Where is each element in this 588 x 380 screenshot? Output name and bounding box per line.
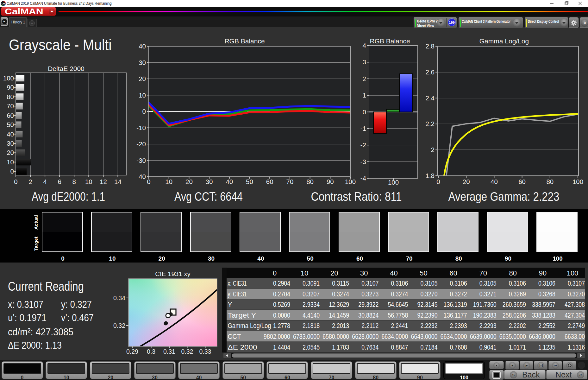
svg-text:70: 70 — [286, 178, 293, 185]
svg-text:80: 80 — [306, 178, 314, 185]
svg-text:2.2293: 2.2293 — [479, 322, 497, 330]
svg-text:0.32: 0.32 — [113, 322, 125, 329]
svg-text:30.8824: 30.8824 — [358, 311, 378, 319]
svg-text:10: 10 — [85, 178, 92, 185]
svg-text:-3: -3 — [360, 158, 366, 165]
svg-text:CCT: CCT — [228, 332, 241, 340]
svg-text:0.31: 0.31 — [163, 348, 175, 355]
svg-text:14: 14 — [114, 178, 122, 185]
svg-text:Y: Y — [228, 301, 232, 308]
svg-text:6634.0000: 6634.0000 — [441, 332, 467, 340]
svg-text:x: CIE31: x: CIE31 — [228, 279, 247, 287]
svg-text:1: 1 — [363, 92, 366, 99]
svg-text:0.34: 0.34 — [113, 294, 125, 301]
svg-text:338.1283: 338.1283 — [532, 311, 555, 319]
svg-text:0.3271: 0.3271 — [479, 290, 497, 298]
svg-text:190.2383: 190.2383 — [473, 311, 497, 319]
svg-text:2.2232: 2.2232 — [421, 322, 438, 330]
svg-text:9802.0000: 9802.0000 — [264, 332, 290, 340]
svg-text:y: CIE31: y: CIE31 — [228, 290, 247, 298]
svg-text:0.3: 0.3 — [147, 348, 155, 355]
svg-text:29.3922: 29.3922 — [358, 301, 378, 308]
svg-text:80: 80 — [7, 93, 14, 100]
svg-text:30: 30 — [7, 140, 14, 147]
svg-text:191.7360: 191.7360 — [473, 301, 497, 308]
svg-text:50: 50 — [246, 178, 253, 185]
svg-text:6635.0000: 6635.0000 — [499, 332, 526, 340]
svg-text:Avg dE2000: 1.1: Avg dE2000: 1.1 — [32, 190, 105, 203]
svg-text:Gamma Log/Log: Gamma Log/Log — [479, 37, 529, 45]
svg-text:Avg CCT: 6644: Avg CCT: 6644 — [174, 190, 243, 203]
svg-text:258.0206: 258.0206 — [503, 311, 526, 319]
svg-text:0: 0 — [142, 108, 146, 115]
svg-text:40: 40 — [390, 269, 397, 277]
svg-text:10: 10 — [301, 269, 308, 277]
svg-text:0.9041: 0.9041 — [479, 343, 497, 351]
svg-text:100: 100 — [572, 178, 583, 185]
svg-text:0.7634: 0.7634 — [361, 343, 378, 351]
svg-text:60: 60 — [266, 178, 273, 185]
svg-text:x: 0.3107: x: 0.3107 — [8, 299, 43, 310]
svg-text:0.3272: 0.3272 — [450, 290, 467, 298]
svg-text:0.3270: 0.3270 — [421, 290, 438, 298]
svg-text:0.3115: 0.3115 — [332, 279, 349, 287]
svg-text:338.5957: 338.5957 — [532, 301, 555, 308]
svg-text:0.3091: 0.3091 — [303, 279, 320, 287]
svg-text:v': 0.467: v': 0.467 — [61, 312, 94, 323]
svg-text:6634.0000: 6634.0000 — [381, 332, 408, 340]
svg-text:2: 2 — [363, 75, 366, 82]
svg-text:136.1177: 136.1177 — [444, 311, 467, 319]
svg-text:Target Y: Target Y — [228, 311, 256, 319]
svg-text:2.8: 2.8 — [426, 42, 435, 50]
svg-text:14.1459: 14.1459 — [329, 311, 349, 319]
svg-text:0: 0 — [147, 178, 150, 185]
svg-text:1.1316: 1.1316 — [568, 343, 585, 351]
svg-text:2.2393: 2.2393 — [450, 322, 467, 330]
svg-text:1.1703: 1.1703 — [332, 343, 349, 351]
svg-text:-2: -2 — [360, 141, 366, 149]
svg-text:20: 20 — [185, 178, 193, 185]
svg-text:1.1235: 1.1235 — [538, 343, 555, 351]
svg-text:0.3270: 0.3270 — [568, 290, 585, 298]
svg-text:0.3107: 0.3107 — [361, 279, 378, 287]
svg-text:0.0000: 0.0000 — [273, 311, 290, 319]
svg-text:40: 40 — [139, 42, 146, 50]
svg-text:54.6645: 54.6645 — [388, 301, 408, 308]
svg-text:80: 80 — [509, 269, 517, 277]
svg-text:20: 20 — [139, 75, 146, 82]
svg-text:Grayscale - Multi: Grayscale - Multi — [9, 36, 112, 53]
svg-text:0.7608: 0.7608 — [450, 343, 467, 351]
svg-text:60: 60 — [518, 178, 526, 185]
svg-text:2.2552: 2.2552 — [538, 322, 555, 330]
svg-text:90: 90 — [327, 178, 334, 185]
svg-text:0.7184: 0.7184 — [421, 343, 438, 351]
svg-text:12: 12 — [100, 178, 107, 185]
svg-text:2.2: 2.2 — [426, 120, 435, 127]
svg-text:0: 0 — [10, 168, 14, 175]
svg-text:0: 0 — [363, 108, 366, 116]
svg-text:260.3659: 260.3659 — [503, 301, 526, 308]
svg-text:ΔE 2000: ΔE 2000 — [228, 343, 257, 351]
svg-text:6580.0000: 6580.0000 — [322, 332, 349, 340]
svg-text:0.3274: 0.3274 — [332, 290, 349, 298]
svg-text:0.2704: 0.2704 — [273, 290, 290, 298]
svg-text:100: 100 — [567, 269, 579, 277]
svg-text:u': 0.1971: u': 0.1971 — [8, 312, 47, 323]
svg-text:2.6: 2.6 — [426, 68, 435, 76]
svg-text:6: 6 — [58, 178, 61, 185]
svg-text:2.1818: 2.1818 — [303, 322, 320, 330]
svg-text:20: 20 — [7, 149, 14, 156]
svg-text:20: 20 — [330, 269, 338, 277]
svg-text:-20: -20 — [136, 140, 146, 148]
svg-text:6783.0000: 6783.0000 — [293, 332, 320, 340]
svg-text:0.5269: 0.5269 — [273, 301, 290, 308]
svg-text:0.3106: 0.3106 — [391, 279, 408, 287]
svg-text:2.2749: 2.2749 — [568, 322, 585, 330]
svg-text:DeltaE 2000: DeltaE 2000 — [48, 65, 84, 72]
svg-text:0.3274: 0.3274 — [391, 290, 408, 298]
svg-text:60: 60 — [7, 112, 14, 119]
svg-text:56.7758: 56.7758 — [388, 311, 408, 319]
svg-text:12.3629: 12.3629 — [329, 301, 349, 308]
svg-text:2.2202: 2.2202 — [509, 322, 526, 330]
svg-text:CIE 1931 xy: CIE 1931 xy — [155, 270, 191, 277]
